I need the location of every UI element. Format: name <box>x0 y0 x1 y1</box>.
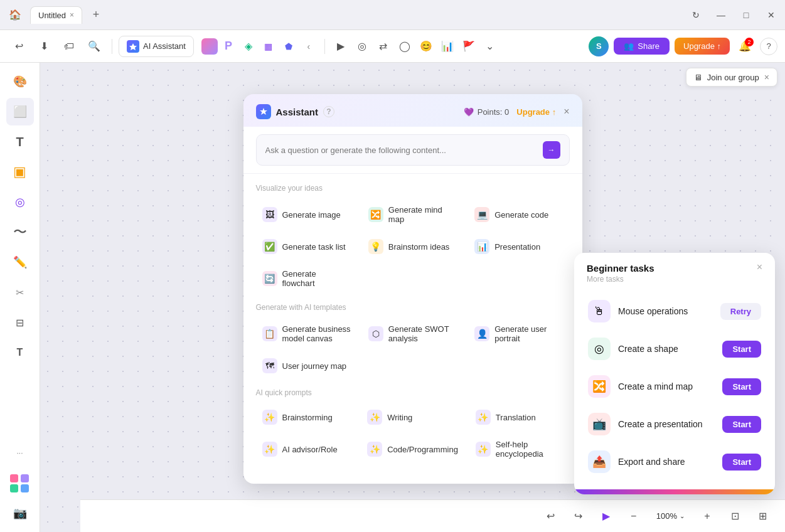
tab-close-button[interactable]: × <box>70 11 74 19</box>
assistant-close-button[interactable]: × <box>563 106 569 117</box>
sidebar-camera-button[interactable]: 📷 <box>6 499 34 527</box>
connect-button[interactable]: ⇄ <box>374 37 393 56</box>
generate-code-icon: 💻 <box>474 207 489 222</box>
refresh-button[interactable]: ↻ <box>687 6 705 24</box>
maximize-button[interactable]: □ <box>737 6 755 24</box>
notifications-button[interactable]: 🔔 2 <box>735 36 755 56</box>
sidebar-more-button[interactable]: ··· <box>6 439 34 467</box>
sidebar-item-table[interactable]: ⊟ <box>6 309 34 336</box>
create-mind-map-start-button[interactable]: Start <box>722 378 761 395</box>
tool-icon-3[interactable]: ◈ <box>239 37 258 56</box>
tool-icon-1[interactable] <box>201 38 218 55</box>
zoom-display[interactable]: 100% ⌄ <box>651 509 690 523</box>
layout-button[interactable]: ⊞ <box>752 506 772 526</box>
redo-history-button[interactable]: ↪ <box>569 506 589 526</box>
option-generate-task-list[interactable]: ✅ Generate task list <box>256 234 357 259</box>
more-tools-button[interactable]: ⌄ <box>481 37 499 56</box>
active-tab[interactable]: Untitled × <box>30 6 82 24</box>
minimize-button[interactable]: — <box>712 6 730 24</box>
search-button[interactable]: 🔍 <box>83 35 105 58</box>
shape-button[interactable]: ◯ <box>395 37 414 56</box>
beginner-close-button[interactable]: × <box>757 262 762 273</box>
sidebar-item-frame[interactable]: ⬜ <box>6 98 34 125</box>
join-group-banner[interactable]: 🖥 Join our group × <box>686 68 777 87</box>
home-button[interactable]: 🏠 <box>5 5 25 25</box>
option-generate-flowchart[interactable]: 🔄 Generate flowchart <box>256 264 357 293</box>
app-dot-3 <box>10 484 18 492</box>
download-button[interactable]: ⬇ <box>33 35 55 58</box>
undo-history-button[interactable]: ↩ <box>541 506 561 526</box>
emoji-button[interactable]: 😊 <box>417 37 435 56</box>
canvas-area[interactable]: 🖥 Join our group × Assistant ? <box>40 63 785 532</box>
tool-icon-5[interactable]: ⬟ <box>279 37 298 56</box>
collapse-button[interactable]: ‹ <box>299 37 318 56</box>
option-brainstorm-ideas[interactable]: 💡 Brainstorm ideas <box>362 234 463 259</box>
option-brainstorming[interactable]: ✨ Brainstorming <box>256 405 356 430</box>
sidebar-item-pen[interactable]: ✏️ <box>6 248 34 276</box>
option-swot[interactable]: ⬡ Generate SWOT analysis <box>362 319 463 348</box>
sidebar-item-shapes[interactable]: ◎ <box>6 188 34 216</box>
beginner-item-presentation: 📺 Create a presentation Start <box>582 407 767 442</box>
notification-badge: 2 <box>745 38 754 46</box>
close-button[interactable]: ✕ <box>762 6 780 24</box>
chart-button[interactable]: 📊 <box>438 37 457 56</box>
sidebar-item-text2[interactable]: T <box>6 339 34 366</box>
option-self-help[interactable]: ✨ Self-help encyclopedia <box>469 435 570 464</box>
option-label: User journey map <box>282 361 347 371</box>
option-generate-image[interactable]: 🖼 Generate image <box>256 200 357 229</box>
tag-button[interactable]: 🏷 <box>58 35 80 58</box>
points-label: Points: 0 <box>478 107 510 117</box>
sidebar-item-themes[interactable]: 🎨 <box>6 68 34 95</box>
help-button[interactable]: ? <box>760 38 777 55</box>
new-tab-button[interactable]: + <box>87 6 105 24</box>
sidebar-item-text[interactable]: T <box>6 128 34 156</box>
option-label: Generate mind map <box>388 205 457 224</box>
flag-button[interactable]: 🚩 <box>459 37 478 56</box>
animate-button[interactable]: ◎ <box>353 37 371 56</box>
zoom-level: 100% <box>656 511 677 521</box>
user-avatar[interactable]: S <box>589 36 609 56</box>
option-presentation[interactable]: 📊 Presentation <box>468 234 569 259</box>
upgrade-button[interactable]: Upgrade ↑ <box>675 38 730 55</box>
mouse-operations-retry-button[interactable]: Retry <box>720 303 761 320</box>
points-badge: 💜 Points: 0 <box>464 107 510 117</box>
export-share-label: Export and share <box>618 457 685 467</box>
zoom-in-button[interactable]: + <box>697 506 717 526</box>
fit-screen-button[interactable]: ⊡ <box>725 506 745 526</box>
tool-icon-4[interactable]: ▦ <box>259 37 278 56</box>
ai-assistant-label: AI Assistant <box>143 41 186 51</box>
option-code-programming[interactable]: ✨ Code/Programming <box>361 435 464 464</box>
option-user-journey[interactable]: 🗺 User journey map <box>256 353 357 378</box>
tool-icon-2[interactable]: P <box>219 37 238 56</box>
zoom-dropdown-icon: ⌄ <box>680 513 685 519</box>
export-share-start-button[interactable]: Start <box>722 454 761 471</box>
zoom-out-button[interactable]: − <box>624 506 644 526</box>
cursor-mode-button[interactable]: ▶ <box>596 506 616 526</box>
assistant-input-wrapper: → <box>256 134 570 166</box>
assistant-help-icon[interactable]: ? <box>323 106 334 117</box>
option-generate-code[interactable]: 💻 Generate code <box>468 200 569 229</box>
app-dot-1 <box>10 474 18 482</box>
option-generate-mind-map[interactable]: 🔀 Generate mind map <box>362 200 463 229</box>
assistant-upgrade-button[interactable]: Upgrade ↑ <box>516 107 556 117</box>
share-button[interactable]: 👥 Share <box>614 38 670 55</box>
option-writing[interactable]: ✨ Writing <box>361 405 464 430</box>
sidebar-apps-button[interactable] <box>6 469 34 497</box>
ai-assistant-button[interactable]: AI Assistant <box>119 36 194 57</box>
sidebar-item-connector[interactable]: 〜 <box>6 218 34 246</box>
sidebar-item-eraser[interactable]: ✂ <box>6 279 34 306</box>
sidebar-item-sticky[interactable]: ▣ <box>6 158 34 186</box>
option-ai-advisor[interactable]: ✨ AI advisor/Role <box>256 435 356 464</box>
play-button[interactable]: ▶ <box>331 37 350 56</box>
create-shape-start-button[interactable]: Start <box>722 341 761 358</box>
option-user-portrait[interactable]: 👤 Generate user portrait <box>468 319 569 348</box>
undo-button[interactable]: ↩ <box>8 35 30 58</box>
assistant-input-field[interactable] <box>265 146 538 155</box>
join-group-close-button[interactable]: × <box>764 72 769 82</box>
option-business-canvas[interactable]: 📋 Generate business model canvas <box>256 319 357 348</box>
option-translation[interactable]: ✨ Translation <box>469 405 570 430</box>
mouse-operations-icon: 🖱 <box>588 300 611 322</box>
visualize-options-grid: 🖼 Generate image 🔀 Generate mind map 💻 G… <box>256 200 570 293</box>
send-button[interactable]: → <box>543 141 560 159</box>
create-presentation-start-button[interactable]: Start <box>722 416 761 433</box>
